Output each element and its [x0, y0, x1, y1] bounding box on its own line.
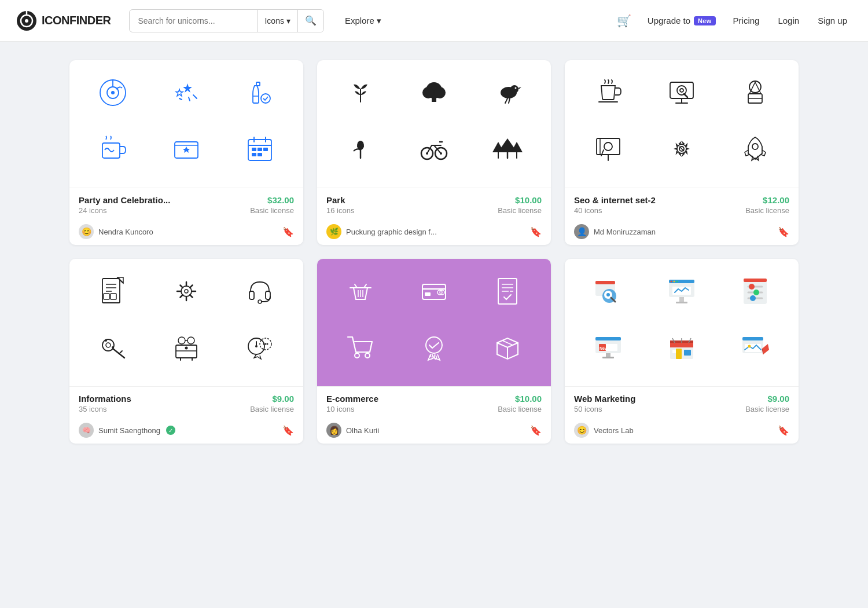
signup-link[interactable]: Sign up — [813, 13, 852, 28]
ecom-receipt-icon — [492, 276, 523, 306]
svg-line-8 — [193, 95, 197, 98]
svg-rect-141 — [670, 343, 693, 347]
svg-point-46 — [680, 89, 683, 92]
explore-dropdown[interactable]: Explore ▾ — [340, 12, 386, 30]
svg-point-87 — [263, 343, 265, 345]
card-author-ecommerce: 👩 Olha Kurii 🔖 — [317, 418, 551, 444]
icon-cell — [226, 72, 294, 113]
park-trees-icon — [492, 134, 523, 164]
icon-cell: % — [400, 327, 468, 368]
card-info-seo: Seo & internet set-2 $12.00 40 icons Bas… — [565, 188, 799, 219]
login-link[interactable]: Login — [773, 13, 804, 28]
svg-point-105 — [355, 353, 359, 358]
search-input[interactable] — [130, 16, 257, 25]
party-mug-icon — [98, 134, 128, 164]
card-price: $9.00 — [272, 394, 294, 404]
logo-icon — [16, 10, 37, 31]
icon-cell — [648, 72, 715, 113]
icon-cell — [722, 270, 789, 312]
card-title: Web Marketing — [574, 394, 635, 404]
wm-store-icon — [667, 332, 697, 362]
info-chat-icon — [245, 332, 275, 362]
card-price: $12.00 — [763, 195, 789, 205]
svg-point-75 — [105, 339, 107, 342]
card-party: Party and Celebratio... $32.00 24 icons … — [69, 60, 303, 245]
chevron-down-icon: ▾ — [286, 16, 290, 25]
svg-rect-112 — [595, 281, 615, 284]
icon-cell — [400, 128, 468, 170]
bookmark-icon[interactable]: 🔖 — [530, 226, 542, 237]
ecom-cart-icon — [345, 332, 376, 362]
svg-point-82 — [187, 337, 194, 344]
svg-point-148 — [748, 345, 751, 348]
svg-point-53 — [604, 142, 612, 151]
card-count: 10 icons — [326, 405, 354, 413]
author-name: Nendra Kuncoro — [98, 228, 153, 236]
svg-rect-124 — [676, 302, 687, 303]
svg-rect-29 — [432, 96, 436, 102]
card-title: Informations — [79, 394, 131, 404]
card-preview-seo — [565, 60, 799, 188]
svg-point-89 — [267, 343, 269, 345]
bookmark-icon[interactable]: 🔖 — [778, 226, 789, 237]
svg-point-132 — [750, 295, 756, 301]
seo-crown-icon — [740, 78, 770, 108]
svg-point-106 — [365, 353, 370, 358]
card-license: Basic license — [250, 405, 294, 413]
bookmark-icon[interactable]: 🔖 — [778, 425, 789, 436]
search-button[interactable]: 🔍 — [297, 10, 323, 32]
svg-rect-137 — [602, 357, 614, 358]
author-avatar: 👤 — [574, 224, 589, 239]
chevron-down-icon: ▾ — [377, 16, 381, 26]
svg-rect-123 — [679, 297, 684, 302]
icon-cell — [79, 327, 146, 368]
upgrade-button[interactable]: Upgrade to New — [644, 13, 719, 28]
icon-cell — [648, 327, 715, 368]
icon-cell — [226, 327, 294, 368]
icon-cell — [722, 327, 789, 368]
svg-point-81 — [178, 337, 185, 344]
bookmark-icon[interactable]: 🔖 — [282, 226, 294, 237]
card-title: Party and Celebratio... — [79, 195, 170, 205]
bookmark-icon[interactable]: 🔖 — [530, 425, 542, 436]
card-info-ecommerce: E-commerce $10.00 10 icons Basic license — [317, 386, 551, 418]
nav-area: Explore ▾ — [340, 12, 386, 30]
icon-cell — [152, 72, 220, 113]
park-tulip-icon — [345, 134, 376, 164]
wm-search-icon — [593, 276, 623, 306]
pricing-link[interactable]: Pricing — [729, 13, 764, 28]
search-type-dropdown[interactable]: Icons ▾ — [258, 10, 297, 32]
card-info-park: Park $10.00 16 icons Basic license — [317, 188, 551, 219]
verified-badge: ✓ — [166, 426, 175, 435]
card-count: 40 icons — [574, 206, 602, 215]
icon-cell — [152, 128, 220, 170]
icon-cell — [326, 128, 394, 170]
card-author-park: 🌿 Puckung graphic design f... 🔖 — [317, 219, 551, 245]
cart-icon[interactable]: 🛒 — [613, 10, 635, 31]
author-name: Md Moniruzzaman — [594, 228, 656, 236]
bookmark-icon[interactable]: 🔖 — [282, 425, 294, 436]
icon-cell — [648, 128, 715, 170]
author-name: Puckung graphic design f... — [346, 228, 437, 236]
card-count: 35 icons — [79, 405, 106, 413]
icon-cell — [574, 72, 642, 113]
svg-rect-126 — [744, 279, 767, 282]
svg-point-88 — [265, 343, 267, 345]
svg-point-119 — [670, 281, 672, 283]
park-plants-icon — [345, 78, 376, 108]
logo[interactable]: ICONFINDER — [16, 10, 111, 31]
icon-cell — [226, 270, 294, 312]
card-park: Park $10.00 16 icons Basic license 🌿 Puc… — [317, 60, 551, 245]
svg-point-78 — [185, 347, 187, 350]
svg-rect-24 — [252, 153, 256, 156]
icon-cell — [326, 270, 394, 312]
seo-rocket-icon — [740, 134, 770, 164]
card-count: 50 icons — [574, 405, 602, 413]
card-title: Park — [326, 195, 345, 205]
card-author-webmarketing: 😊 Vectors Lab 🔖 — [565, 418, 799, 444]
svg-point-70 — [102, 339, 114, 351]
card-price: $32.00 — [267, 195, 294, 205]
search-area: Icons ▾ 🔍 — [129, 9, 323, 32]
search-icon: 🔍 — [305, 16, 317, 25]
icon-cell — [326, 327, 394, 368]
